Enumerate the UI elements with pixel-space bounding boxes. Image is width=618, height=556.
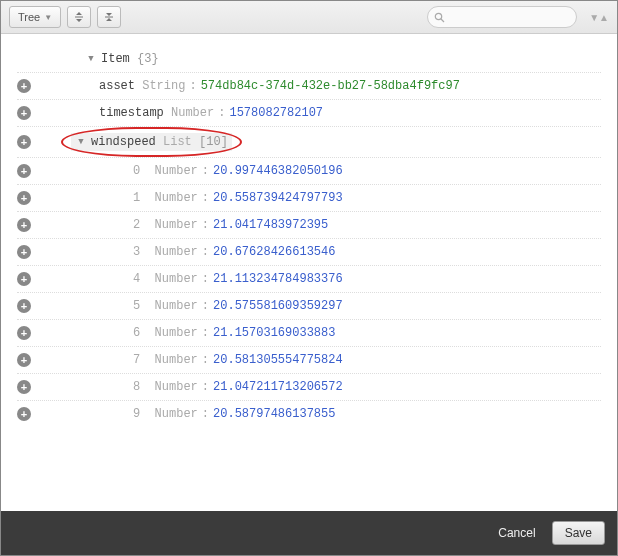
footer: Cancel Save	[1, 511, 617, 555]
node-index: 2	[133, 218, 140, 232]
node-key: timestamp	[99, 106, 164, 120]
node-type: Number	[155, 191, 198, 205]
add-icon[interactable]: +	[17, 407, 31, 421]
editor-frame: Tree ▼ ▼▲	[0, 0, 618, 556]
node-value: 20.997446382050196	[213, 164, 343, 178]
node-key: Item	[101, 52, 130, 66]
tree-node-timestamp: + timestamp Number : 1578082782107	[17, 100, 601, 127]
node-value: 574db84c-374d-432e-bb27-58dba4f9fc97	[201, 79, 460, 93]
add-icon[interactable]: +	[17, 326, 31, 340]
add-icon[interactable]: +	[17, 106, 31, 120]
tree-node-list-item: +5 Number:20.575581609359297	[17, 293, 601, 320]
node-index: 1	[133, 191, 140, 205]
chevron-down-icon: ▼	[44, 13, 52, 22]
node-value: 1578082782107	[229, 106, 323, 120]
expand-all-icon	[73, 11, 85, 23]
node-type: Number	[171, 106, 214, 120]
node-type: Number	[155, 407, 198, 421]
tree-node-list-item: +3 Number:20.67628426613546	[17, 239, 601, 266]
node-value: 21.0417483972395	[213, 218, 328, 232]
tree-node-list-item: +0 Number:20.997446382050196	[17, 158, 601, 185]
node-type: Number	[155, 299, 198, 313]
add-icon[interactable]: +	[17, 245, 31, 259]
tree-node-windspeed: + ▼ windspeed List [10]	[17, 127, 601, 158]
collapse-toggle[interactable]: ▼	[85, 54, 97, 64]
add-icon[interactable]: +	[17, 272, 31, 286]
tree-node-list-item: +2 Number:21.0417483972395	[17, 212, 601, 239]
node-value: 20.575581609359297	[213, 299, 343, 313]
cancel-button[interactable]: Cancel	[492, 522, 541, 544]
tree-node-list-item: +1 Number:20.558739424797793	[17, 185, 601, 212]
node-type: Number	[155, 353, 198, 367]
node-meta: [10]	[199, 135, 228, 149]
node-value: 21.113234784983376	[213, 272, 343, 286]
node-key: asset	[99, 79, 135, 93]
add-icon[interactable]: +	[17, 380, 31, 394]
node-type: Number	[155, 272, 198, 286]
node-type: String	[142, 79, 185, 93]
mode-dropdown[interactable]: Tree ▼	[9, 6, 61, 28]
add-icon[interactable]: +	[17, 299, 31, 313]
node-type: Number	[155, 380, 198, 394]
add-icon[interactable]: +	[17, 79, 31, 93]
node-value: 20.58797486137855	[213, 407, 335, 421]
filter-dropdown-icon[interactable]: ▼▲	[589, 12, 609, 23]
highlighted-node: ▼ windspeed List [10]	[71, 133, 232, 151]
tree-node-list-item: +4 Number:21.113234784983376	[17, 266, 601, 293]
node-index: 4	[133, 272, 140, 286]
node-index: 0	[133, 164, 140, 178]
tree-node-list-item: +6 Number:21.15703169033883	[17, 320, 601, 347]
search-input[interactable]	[427, 6, 577, 28]
node-meta: {3}	[137, 52, 159, 66]
tree-node-asset: + asset String : 574db84c-374d-432e-bb27…	[17, 73, 601, 100]
node-type: Number	[155, 218, 198, 232]
node-value: 21.047211713206572	[213, 380, 343, 394]
node-index: 3	[133, 245, 140, 259]
node-type: Number	[155, 164, 198, 178]
tree-node-list-item: +9 Number:20.58797486137855	[17, 401, 601, 427]
collapse-all-button[interactable]	[97, 6, 121, 28]
add-icon[interactable]: +	[17, 135, 31, 149]
tree-node-list-item: +7 Number:20.581305554775824	[17, 347, 601, 374]
node-index: 7	[133, 353, 140, 367]
add-icon[interactable]: +	[17, 164, 31, 178]
mode-label: Tree	[18, 11, 40, 23]
search-box	[427, 6, 577, 28]
collapse-all-icon	[103, 11, 115, 23]
node-type: Number	[155, 245, 198, 259]
collapse-toggle[interactable]: ▼	[75, 137, 87, 147]
node-type: List	[163, 135, 192, 149]
node-index: 8	[133, 380, 140, 394]
save-button[interactable]: Save	[552, 521, 605, 545]
node-key: windspeed	[91, 135, 156, 149]
node-index: 6	[133, 326, 140, 340]
node-index: 5	[133, 299, 140, 313]
toolbar: Tree ▼ ▼▲	[1, 1, 617, 34]
expand-all-button[interactable]	[67, 6, 91, 28]
node-value: 20.67628426613546	[213, 245, 335, 259]
add-icon[interactable]: +	[17, 218, 31, 232]
node-value: 20.581305554775824	[213, 353, 343, 367]
node-type: Number	[155, 326, 198, 340]
tree-content: ▼ Item {3} + asset String : 574db84c-374…	[1, 34, 617, 511]
add-icon[interactable]: +	[17, 353, 31, 367]
node-index: 9	[133, 407, 140, 421]
tree-node-list-item: +8 Number:21.047211713206572	[17, 374, 601, 401]
node-value: 21.15703169033883	[213, 326, 335, 340]
node-value: 20.558739424797793	[213, 191, 343, 205]
add-icon[interactable]: +	[17, 191, 31, 205]
tree-node-root: ▼ Item {3}	[17, 46, 601, 73]
